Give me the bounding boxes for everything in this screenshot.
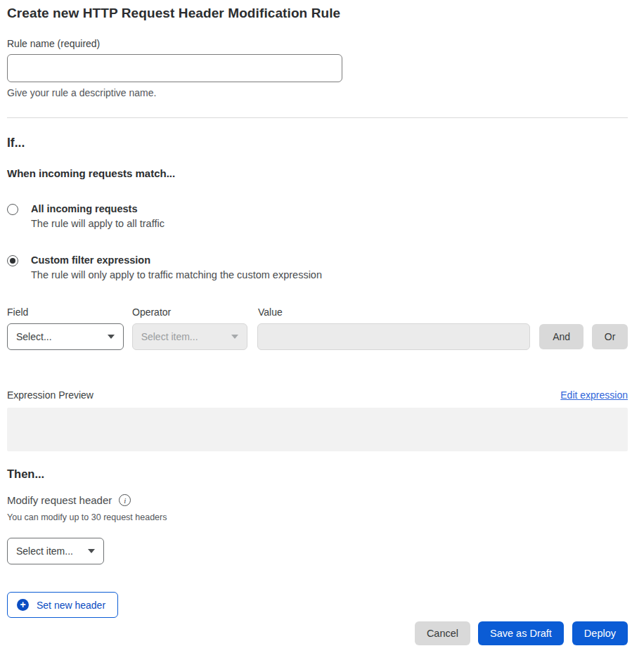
expression-builder-labels: Field Operator Value [7,306,628,318]
header-action-select[interactable]: Select item... [7,538,104,564]
expression-preview-label: Expression Preview [7,389,93,401]
field-select[interactable]: Select... [7,323,124,350]
option-label[interactable]: Custom filter expression [31,254,322,266]
chevron-down-icon [108,335,115,339]
deploy-button[interactable]: Deploy [572,621,628,645]
match-options: All incoming requests The rule will appl… [7,203,628,280]
chevron-down-icon [88,549,95,553]
page-title: Create new HTTP Request Header Modificat… [7,6,628,21]
chevron-down-icon [231,335,238,339]
info-icon[interactable]: i [119,494,131,506]
option-custom-filter-expression[interactable]: Custom filter expression The rule will o… [7,254,628,280]
create-rule-form: Create new HTTP Request Header Modificat… [0,0,632,645]
option-description: The rule will apply to all traffic [31,218,165,229]
value-label: Value [258,306,283,318]
plus-icon: + [17,599,29,611]
field-label: Field [7,306,132,318]
option-description: The rule will only apply to traffic matc… [31,269,322,280]
operator-select: Select item... [132,323,248,350]
set-new-header-button[interactable]: + Set new header [7,592,118,618]
modify-request-header-label: Modify request header [7,494,112,506]
operator-label: Operator [132,306,258,318]
or-button[interactable]: Or [592,324,628,349]
operator-select-value: Select item... [141,331,198,342]
set-new-header-label: Set new header [37,600,105,611]
expression-preview-box [7,408,628,451]
footer-actions: Cancel Save as Draft Deploy [7,621,628,645]
and-button[interactable]: And [539,324,583,349]
expression-preview-header: Expression Preview Edit expression [7,389,628,401]
rule-name-input[interactable] [7,54,342,82]
radio-custom-filter-icon[interactable] [7,255,18,266]
edit-expression-link[interactable]: Edit expression [560,389,628,401]
radio-all-incoming-icon[interactable] [7,204,18,215]
expression-builder-row: Select... Select item... And Or [7,323,628,350]
then-heading: Then... [7,467,628,481]
option-all-incoming-requests[interactable]: All incoming requests The rule will appl… [7,203,628,229]
rule-name-helper: Give your rule a descriptive name. [7,87,628,98]
option-label[interactable]: All incoming requests [31,203,165,214]
value-input [257,323,530,350]
field-select-value: Select... [16,331,52,342]
if-heading: If... [7,136,628,150]
save-as-draft-button[interactable]: Save as Draft [478,621,564,645]
match-subheading: When incoming requests match... [7,167,628,179]
section-divider [7,117,628,118]
cancel-button[interactable]: Cancel [415,621,470,645]
modify-header-helper: You can modify up to 30 request headers [7,512,628,522]
modify-header-row: Modify request header i [7,494,628,506]
header-action-select-value: Select item... [16,545,73,557]
rule-name-label: Rule name (required) [7,38,628,49]
